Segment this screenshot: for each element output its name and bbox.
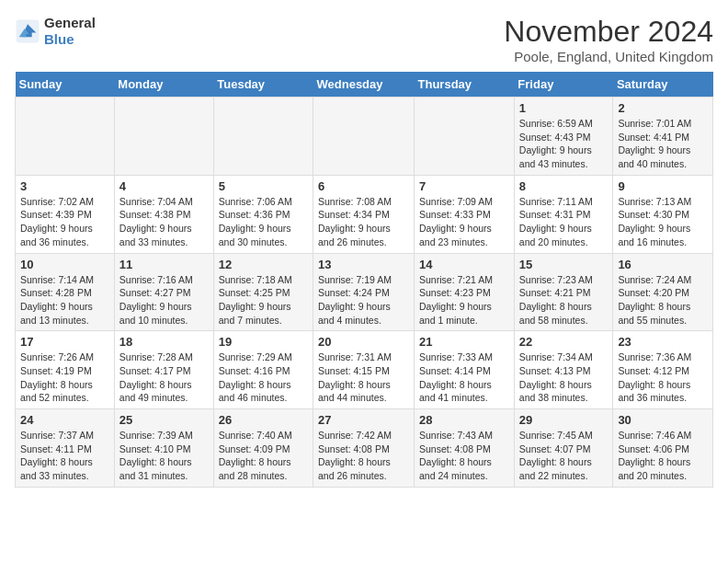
day-number: 25	[119, 413, 209, 427]
calendar-cell: 5Sunrise: 7:06 AMSunset: 4:36 PMDaylight…	[213, 175, 313, 253]
calendar-week-3: 10Sunrise: 7:14 AMSunset: 4:28 PMDayligh…	[16, 253, 713, 331]
calendar-cell: 8Sunrise: 7:11 AMSunset: 4:31 PMDaylight…	[514, 175, 613, 253]
calendar-cell: 14Sunrise: 7:21 AMSunset: 4:23 PMDayligh…	[415, 253, 515, 331]
header-cell-thursday: Thursday	[415, 72, 515, 98]
location-subtitle: Poole, England, United Kingdom	[504, 49, 713, 64]
calendar-cell	[114, 98, 213, 176]
day-detail: Sunrise: 7:28 AMSunset: 4:17 PMDaylight:…	[119, 350, 209, 405]
calendar-cell	[313, 98, 415, 176]
day-detail: Sunrise: 7:11 AMSunset: 4:31 PMDaylight:…	[519, 195, 609, 249]
day-detail: Sunrise: 7:06 AMSunset: 4:36 PMDaylight:…	[219, 195, 308, 249]
header-cell-tuesday: Tuesday	[213, 72, 313, 98]
day-detail: Sunrise: 7:09 AMSunset: 4:33 PMDaylight:…	[419, 195, 509, 249]
day-number: 16	[618, 258, 708, 271]
calendar-cell: 19Sunrise: 7:29 AMSunset: 4:16 PMDayligh…	[213, 331, 313, 409]
month-title: November 2024	[504, 15, 713, 49]
day-number: 19	[219, 335, 308, 349]
calendar-cell: 26Sunrise: 7:40 AMSunset: 4:09 PMDayligh…	[213, 409, 313, 488]
calendar-cell	[213, 98, 313, 176]
calendar-cell: 18Sunrise: 7:28 AMSunset: 4:17 PMDayligh…	[114, 331, 213, 409]
calendar-cell: 22Sunrise: 7:34 AMSunset: 4:13 PMDayligh…	[514, 331, 613, 409]
day-detail: Sunrise: 7:33 AMSunset: 4:14 PMDaylight:…	[419, 350, 509, 405]
day-detail: Sunrise: 7:36 AMSunset: 4:12 PMDaylight:…	[618, 350, 708, 405]
calendar-cell: 12Sunrise: 7:18 AMSunset: 4:25 PMDayligh…	[213, 253, 313, 331]
day-number: 21	[419, 335, 509, 349]
day-number: 22	[519, 335, 609, 349]
calendar-cell: 28Sunrise: 7:43 AMSunset: 4:08 PMDayligh…	[415, 409, 515, 488]
day-number: 24	[20, 413, 109, 427]
calendar-cell: 17Sunrise: 7:26 AMSunset: 4:19 PMDayligh…	[16, 331, 115, 409]
day-number: 10	[20, 258, 109, 271]
day-detail: Sunrise: 7:14 AMSunset: 4:28 PMDaylight:…	[20, 273, 109, 327]
calendar-cell: 24Sunrise: 7:37 AMSunset: 4:11 PMDayligh…	[16, 409, 115, 488]
day-detail: Sunrise: 7:31 AMSunset: 4:15 PMDaylight:…	[318, 350, 409, 405]
day-number: 3	[20, 179, 109, 193]
day-detail: Sunrise: 7:29 AMSunset: 4:16 PMDaylight:…	[219, 350, 308, 405]
calendar-cell: 7Sunrise: 7:09 AMSunset: 4:33 PMDaylight…	[415, 175, 515, 253]
calendar-cell: 11Sunrise: 7:16 AMSunset: 4:27 PMDayligh…	[114, 253, 213, 331]
day-detail: Sunrise: 7:42 AMSunset: 4:08 PMDaylight:…	[318, 429, 409, 483]
calendar-cell: 23Sunrise: 7:36 AMSunset: 4:12 PMDayligh…	[613, 331, 713, 409]
day-number: 27	[318, 413, 409, 427]
calendar-week-2: 3Sunrise: 7:02 AMSunset: 4:39 PMDaylight…	[16, 175, 713, 253]
calendar-cell	[415, 98, 515, 176]
calendar-header-row: SundayMondayTuesdayWednesdayThursdayFrid…	[16, 72, 713, 98]
day-number: 7	[419, 179, 509, 193]
day-number: 6	[318, 179, 409, 193]
day-detail: Sunrise: 7:34 AMSunset: 4:13 PMDaylight:…	[519, 350, 609, 405]
day-number: 29	[519, 413, 609, 427]
day-detail: Sunrise: 7:24 AMSunset: 4:20 PMDaylight:…	[618, 273, 708, 327]
day-number: 11	[119, 258, 209, 271]
day-number: 1	[519, 101, 609, 115]
day-detail: Sunrise: 7:45 AMSunset: 4:07 PMDaylight:…	[519, 429, 609, 483]
calendar-week-4: 17Sunrise: 7:26 AMSunset: 4:19 PMDayligh…	[16, 331, 713, 409]
day-detail: Sunrise: 7:37 AMSunset: 4:11 PMDaylight:…	[20, 429, 109, 483]
day-number: 17	[20, 335, 109, 349]
logo-line2: Blue	[44, 31, 96, 48]
day-number: 14	[419, 258, 509, 271]
calendar-cell: 20Sunrise: 7:31 AMSunset: 4:15 PMDayligh…	[313, 331, 415, 409]
calendar-cell: 10Sunrise: 7:14 AMSunset: 4:28 PMDayligh…	[16, 253, 115, 331]
calendar-cell: 2Sunrise: 7:01 AMSunset: 4:41 PMDaylight…	[613, 98, 713, 176]
header-cell-sunday: Sunday	[16, 72, 115, 98]
title-area: November 2024 Poole, England, United Kin…	[504, 15, 713, 64]
day-detail: Sunrise: 7:21 AMSunset: 4:23 PMDaylight:…	[419, 273, 509, 327]
day-detail: Sunrise: 7:43 AMSunset: 4:08 PMDaylight:…	[419, 429, 509, 483]
day-number: 9	[618, 179, 708, 193]
day-detail: Sunrise: 7:08 AMSunset: 4:34 PMDaylight:…	[318, 195, 409, 249]
calendar-cell: 4Sunrise: 7:04 AMSunset: 4:38 PMDaylight…	[114, 175, 213, 253]
day-number: 26	[219, 413, 308, 427]
day-detail: Sunrise: 7:46 AMSunset: 4:06 PMDaylight:…	[618, 429, 708, 483]
day-detail: Sunrise: 7:13 AMSunset: 4:30 PMDaylight:…	[618, 195, 708, 249]
header: General Blue November 2024 Poole, Englan…	[15, 15, 713, 64]
day-number: 20	[318, 335, 409, 349]
day-detail: Sunrise: 7:26 AMSunset: 4:19 PMDaylight:…	[20, 350, 109, 405]
day-number: 12	[219, 258, 308, 271]
day-number: 30	[618, 413, 708, 427]
day-detail: Sunrise: 7:02 AMSunset: 4:39 PMDaylight:…	[20, 195, 109, 249]
calendar-cell: 9Sunrise: 7:13 AMSunset: 4:30 PMDaylight…	[613, 175, 713, 253]
logo-icon	[15, 18, 40, 44]
logo: General Blue	[15, 15, 96, 48]
logo-line1: General	[44, 15, 96, 31]
day-detail: Sunrise: 7:16 AMSunset: 4:27 PMDaylight:…	[119, 273, 209, 327]
calendar-cell: 6Sunrise: 7:08 AMSunset: 4:34 PMDaylight…	[313, 175, 415, 253]
calendar-week-5: 24Sunrise: 7:37 AMSunset: 4:11 PMDayligh…	[16, 409, 713, 488]
day-detail: Sunrise: 7:19 AMSunset: 4:24 PMDaylight:…	[318, 273, 409, 327]
day-detail: Sunrise: 7:40 AMSunset: 4:09 PMDaylight:…	[219, 429, 308, 483]
day-detail: Sunrise: 7:18 AMSunset: 4:25 PMDaylight:…	[219, 273, 308, 327]
calendar-cell: 3Sunrise: 7:02 AMSunset: 4:39 PMDaylight…	[16, 175, 115, 253]
calendar-cell: 1Sunrise: 6:59 AMSunset: 4:43 PMDaylight…	[514, 98, 613, 176]
calendar-cell: 25Sunrise: 7:39 AMSunset: 4:10 PMDayligh…	[114, 409, 213, 488]
header-cell-wednesday: Wednesday	[313, 72, 415, 98]
day-number: 5	[219, 179, 308, 193]
day-number: 15	[519, 258, 609, 271]
day-number: 13	[318, 258, 409, 271]
calendar-cell: 16Sunrise: 7:24 AMSunset: 4:20 PMDayligh…	[613, 253, 713, 331]
calendar-cell: 21Sunrise: 7:33 AMSunset: 4:14 PMDayligh…	[415, 331, 515, 409]
calendar-cell: 29Sunrise: 7:45 AMSunset: 4:07 PMDayligh…	[514, 409, 613, 488]
header-cell-saturday: Saturday	[613, 72, 713, 98]
header-cell-friday: Friday	[514, 72, 613, 98]
calendar-cell	[16, 98, 115, 176]
header-cell-monday: Monday	[114, 72, 213, 98]
